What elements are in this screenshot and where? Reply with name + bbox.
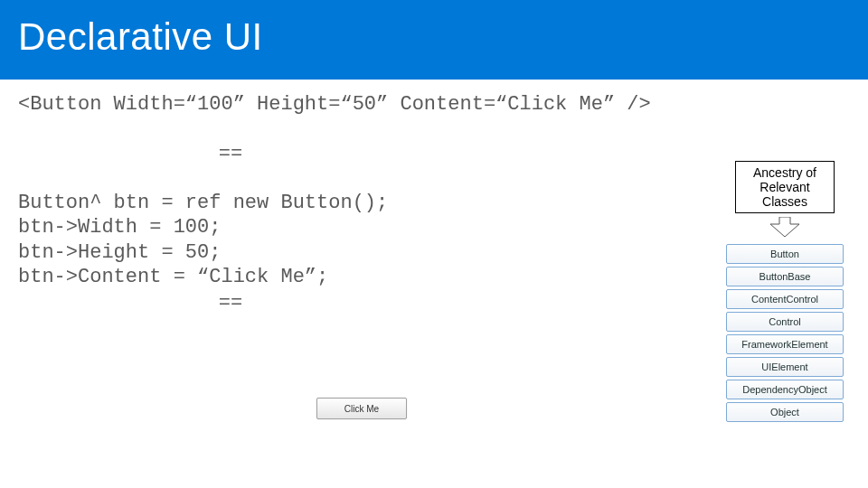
equals-1: == (18, 143, 443, 165)
hier-box: UIElement (726, 357, 844, 377)
rendered-button-preview: Click Me (316, 398, 407, 419)
ancestry-title: Ancestry of Relevant Classes (735, 161, 835, 213)
svg-marker-0 (770, 217, 799, 237)
click-me-button[interactable]: Click Me (316, 398, 407, 419)
hier-box: Object (726, 402, 844, 422)
slide-body: <Button Width=“100” Height=“50” Content=… (0, 80, 868, 488)
slide-title: Declarative UI (18, 15, 263, 59)
hier-box: ContentControl (726, 289, 844, 309)
hier-box: Control (726, 312, 844, 332)
hier-box: DependencyObject (726, 380, 844, 399)
slide-header: Declarative UI (0, 0, 868, 80)
ancestry-panel: Ancestry of Relevant Classes Button Butt… (722, 161, 848, 422)
hier-box: Button (726, 244, 844, 264)
hier-box: FrameworkElement (726, 334, 844, 354)
xaml-code: <Button Width=“100” Height=“50” Content=… (18, 92, 850, 117)
class-hierarchy: Button ButtonBase ContentControl Control… (726, 244, 844, 422)
equals-2: == (18, 292, 443, 314)
hier-box: ButtonBase (726, 267, 844, 286)
arrow-down-icon (767, 217, 803, 237)
